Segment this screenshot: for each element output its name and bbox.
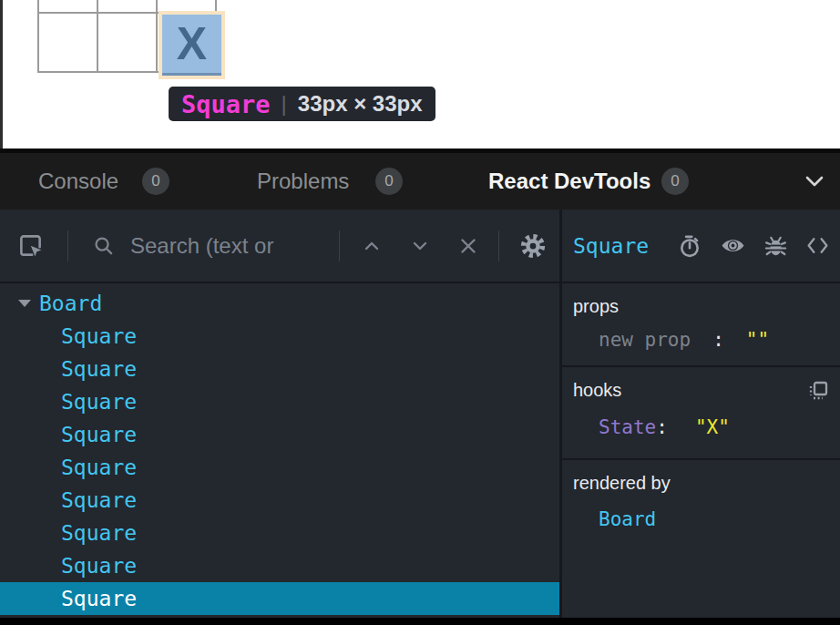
toolbar-divider: [67, 231, 68, 261]
board-cell[interactable]: [38, 0, 97, 13]
react-devtools-panel: Board Square Square Square Square Square…: [0, 210, 840, 618]
react-devtools-count-badge: 0: [661, 168, 689, 195]
inspected-component-title: Square: [573, 234, 649, 258]
view-source-icon[interactable]: [806, 234, 829, 257]
tab-console[interactable]: Console: [38, 153, 118, 210]
chevron-down-icon[interactable]: [805, 175, 824, 188]
tree-item-board[interactable]: Board: [0, 287, 559, 320]
console-count-badge: 0: [142, 168, 169, 195]
previous-result-icon[interactable]: [362, 236, 382, 256]
tree-item-label: Square: [61, 390, 137, 414]
tree-item-label: Square: [61, 324, 137, 348]
eye-icon[interactable]: [721, 236, 745, 255]
toolbar-divider: [498, 231, 499, 261]
tree-item-square[interactable]: Square: [0, 353, 559, 385]
tab-react-devtools[interactable]: React DevTools: [488, 153, 650, 210]
toolbar-divider: [339, 231, 340, 261]
page-edge-strip: [0, 0, 3, 149]
tree-item-label: Square: [61, 357, 137, 381]
tree-item-label: Square: [61, 554, 137, 578]
hook-state-name: State: [599, 416, 656, 438]
tree-item-square[interactable]: Square: [0, 484, 559, 517]
new-prop-name-input[interactable]: new prop: [599, 329, 691, 351]
tree-item-label: Square: [61, 423, 137, 446]
rendered-by-link-board[interactable]: Board: [573, 508, 829, 530]
clear-search-icon[interactable]: [458, 236, 478, 256]
tree-item-label: Square: [61, 456, 137, 479]
search-icon: [93, 235, 114, 256]
rendered-by-label: rendered by: [573, 473, 671, 494]
tooltip-dimensions: 33px × 33px: [298, 91, 423, 117]
tree-item-square[interactable]: Square: [0, 385, 559, 418]
bottom-edge-strip: [0, 618, 840, 625]
search-input[interactable]: [130, 233, 317, 259]
tree-item-square[interactable]: Square: [0, 549, 559, 582]
new-prop-value-input[interactable]: "": [746, 329, 769, 351]
tree-item-square[interactable]: Square: [0, 451, 559, 484]
next-result-icon[interactable]: [410, 236, 430, 256]
problems-count-badge: 0: [375, 168, 403, 195]
components-tree-pane: Board Square Square Square Square Square…: [0, 210, 559, 618]
stopwatch-icon[interactable]: [678, 234, 702, 258]
inspector-header-icons: [678, 234, 829, 258]
board-cell[interactable]: [97, 0, 157, 13]
hooks-section-label: hooks: [573, 380, 621, 401]
tree-item-label: Square: [61, 488, 137, 512]
parse-hook-names-icon[interactable]: [808, 380, 829, 401]
hook-state-value[interactable]: "X": [695, 416, 730, 438]
board-cell[interactable]: [38, 13, 97, 72]
gear-icon[interactable]: [519, 232, 547, 260]
tooltip-component-name: Square: [181, 90, 271, 118]
hooks-section: hooks State : "X": [562, 367, 840, 460]
tree-item-square[interactable]: Square: [0, 517, 559, 549]
tree-item-square-selected[interactable]: Square: [0, 582, 559, 615]
browser-page: X Square | 33px × 33px: [0, 0, 840, 149]
expand-triangle-icon[interactable]: [18, 300, 31, 307]
tree-toolbar: [0, 210, 559, 283]
bug-icon[interactable]: [764, 234, 787, 258]
tree-item-label: Square: [61, 521, 137, 545]
hook-colon: :: [656, 416, 668, 438]
tab-problems[interactable]: Problems: [257, 153, 349, 210]
inspect-element-icon[interactable]: [18, 233, 43, 258]
board-cell[interactable]: [97, 13, 157, 72]
tree-item-label: Board: [39, 292, 102, 315]
devtools-tabbar: Console 0 Problems 0 React DevTools 0: [0, 153, 840, 210]
inspect-highlight-border: X: [159, 11, 225, 79]
inspector-header: Square: [562, 210, 840, 283]
props-section-label: props: [573, 296, 619, 317]
inspect-tooltip: Square | 33px × 33px: [169, 87, 435, 121]
component-tree: Board Square Square Square Square Square…: [0, 283, 559, 615]
tree-item-square[interactable]: Square: [0, 418, 559, 451]
tree-item-label: Square: [61, 587, 137, 610]
tooltip-separator: |: [282, 91, 287, 117]
screenshot-root: X Square | 33px × 33px Console 0 Problem…: [0, 0, 840, 625]
prop-colon: :: [712, 329, 724, 351]
props-section: props new prop : "": [562, 283, 840, 367]
inspect-highlight-content[interactable]: X: [162, 15, 221, 76]
inspector-pane: Square: [562, 210, 840, 618]
tree-item-square[interactable]: Square: [0, 320, 559, 353]
rendered-by-section: rendered by Board: [562, 460, 840, 616]
